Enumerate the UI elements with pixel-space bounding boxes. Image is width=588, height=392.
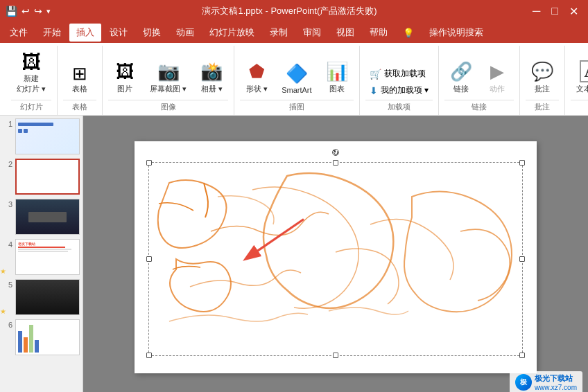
- rotate-handle[interactable]: ↻: [332, 149, 339, 156]
- menu-lightbulb[interactable]: 💡: [396, 25, 421, 41]
- menu-record[interactable]: 录制: [263, 24, 295, 42]
- get-addins-button[interactable]: 🛒 获取加载项: [365, 66, 433, 82]
- thumb-6-bar1: [18, 331, 22, 353]
- handle-bottom-right[interactable]: [519, 353, 525, 358]
- album-button[interactable]: 📸 相册 ▾: [195, 57, 228, 98]
- menu-slideshow[interactable]: 幻灯片放映: [202, 24, 261, 42]
- slide-thumb-4[interactable]: 4 老友下载站 ★: [3, 239, 80, 275]
- handle-middle-left[interactable]: [146, 256, 152, 262]
- comment-label: 批注: [535, 84, 550, 94]
- handle-top-right[interactable]: [519, 160, 525, 166]
- ribbon-group-table: ⊞ 表格 表格: [58, 46, 103, 115]
- menu-search[interactable]: 操作说明搜索: [422, 24, 490, 42]
- textbox-button[interactable]: A 文本框 ▾: [571, 56, 588, 98]
- ribbon-group-comments: 💬 批注 批注: [520, 46, 565, 115]
- album-icon: 📸: [200, 61, 223, 82]
- slide-thumb-1[interactable]: 1: [3, 118, 80, 154]
- ribbon-group-links-content: 🔗 链接 ▶ 动作: [444, 48, 514, 98]
- slide-thumb-3[interactable]: 3: [3, 199, 80, 235]
- window-title: 演示文稿1.pptx - PowerPoint(产品激活失败): [202, 5, 377, 17]
- smartart-button[interactable]: 🔷 SmartArt: [276, 59, 317, 98]
- screenshot-icon: 📷: [157, 61, 180, 82]
- handle-bottom-left[interactable]: [146, 353, 152, 358]
- handle-top-left[interactable]: [146, 160, 152, 166]
- handle-top-center[interactable]: [333, 160, 338, 166]
- ribbon-group-addins-content: 🛒 获取加载项 ⬇ 我的加载项 ▾: [365, 48, 433, 98]
- minimize-btn[interactable]: ─: [528, 5, 544, 18]
- quick-access-toolbar: 💾 ↩ ↪ ▾: [6, 6, 51, 17]
- maximize-btn[interactable]: □: [547, 5, 562, 18]
- close-btn[interactable]: ✕: [565, 5, 582, 18]
- customize-icon[interactable]: ▾: [46, 7, 51, 16]
- screenshot-button[interactable]: 📷 屏幕截图 ▾: [144, 57, 192, 98]
- slide-panel: 1 2 3: [0, 116, 83, 392]
- new-slide-label: 新建幻灯片 ▾: [17, 73, 46, 94]
- thumb-6-bar3: [29, 325, 33, 353]
- menu-view[interactable]: 视图: [329, 24, 361, 42]
- handle-middle-right[interactable]: [519, 256, 525, 262]
- save-icon[interactable]: 💾: [6, 6, 17, 17]
- redo-icon[interactable]: ↪: [34, 6, 42, 17]
- slide-img-5: [15, 279, 80, 315]
- menu-file[interactable]: 文件: [3, 24, 35, 42]
- menu-help[interactable]: 帮助: [363, 24, 395, 42]
- textbox-icon: A: [580, 60, 588, 82]
- slide-img-6: [15, 319, 80, 355]
- ribbon-group-addins: 🛒 获取加载项 ⬇ 我的加载项 ▾ 加载项: [360, 46, 439, 115]
- table-group-label: 表格: [63, 100, 96, 112]
- watermark-text-container: 极光下载站 www.xz7.com: [535, 373, 577, 391]
- menu-design[interactable]: 设计: [103, 24, 135, 42]
- slide-thumb-6[interactable]: 6: [3, 319, 80, 355]
- slide-num-5: 5: [3, 279, 12, 289]
- slide-thumb-2[interactable]: 2: [3, 159, 80, 195]
- slide-img-4: 老友下载站: [15, 239, 80, 275]
- menu-review[interactable]: 审阅: [296, 24, 328, 42]
- slide-thumb-5[interactable]: 5 ★: [3, 279, 80, 315]
- link-button[interactable]: 🔗 链接: [444, 57, 478, 98]
- thumb-5-star: ★: [0, 308, 6, 315]
- thumb-3-img: [28, 212, 67, 222]
- action-button[interactable]: ▶ 动作: [481, 57, 514, 98]
- thumb-4-line1: [18, 247, 65, 248]
- thumb-5-inner: [16, 280, 79, 314]
- window-controls: ─ □ ✕: [528, 5, 582, 18]
- links-group-label: 链接: [444, 100, 514, 112]
- undo-icon[interactable]: ↩: [21, 6, 30, 17]
- my-addins-button[interactable]: ⬇ 我的加载项 ▾: [365, 82, 433, 98]
- menu-home[interactable]: 开始: [36, 24, 68, 42]
- smartart-label: SmartArt: [282, 86, 311, 94]
- text-group-label: 文本: [571, 100, 588, 112]
- handle-bottom-center[interactable]: [333, 353, 338, 358]
- thumb-6-bar4: [35, 340, 39, 353]
- addins-group-label: 加载项: [365, 100, 433, 112]
- ribbon-group-images: 🖼 图片 📷 屏幕截图 ▾ 📸 相册 ▾ 图像: [103, 46, 234, 115]
- main-area: 1 2 3: [0, 116, 588, 392]
- thumb-4-line2: [18, 249, 71, 250]
- menu-animations[interactable]: 动画: [169, 24, 201, 42]
- menu-insert[interactable]: 插入: [69, 24, 101, 42]
- thumb-content-1: [16, 119, 79, 154]
- shapes-button[interactable]: ⬟ 形状 ▾: [240, 57, 273, 98]
- slide-num-1: 1: [3, 118, 12, 128]
- menu-transitions[interactable]: 切换: [136, 24, 168, 42]
- my-addins-label: 我的加载项 ▾: [381, 84, 429, 96]
- ribbon-group-slides-content: 🖼 新建幻灯片 ▾: [11, 48, 51, 98]
- slide-img-2: [15, 159, 80, 195]
- comment-icon: 💬: [531, 61, 553, 82]
- table-button[interactable]: ⊞ 表格: [63, 60, 96, 98]
- thumb-4-title: 老友下载站: [18, 242, 77, 246]
- addins-stack: 🛒 获取加载项 ⬇ 我的加载项 ▾: [365, 66, 433, 98]
- shapes-label: 形状 ▾: [246, 84, 268, 94]
- slide-canvas: ↻: [135, 141, 537, 373]
- ribbon: 🖼 新建幻灯片 ▾ 幻灯片 ⊞ 表格 表格 🖼 图片 📷 屏幕截图 ▾: [0, 43, 588, 116]
- comment-button[interactable]: 💬 批注: [526, 57, 559, 98]
- thumb-4-line3: [18, 251, 68, 252]
- thumb-3-inner: [16, 199, 79, 234]
- ribbon-group-images-content: 🖼 图片 📷 屏幕截图 ▾ 📸 相册 ▾: [108, 48, 228, 98]
- slides-group-label: 幻灯片: [11, 100, 51, 112]
- ribbon-group-table-content: ⊞ 表格: [63, 48, 96, 98]
- chart-button[interactable]: 📊 图表: [320, 57, 354, 98]
- watermark-line1: 极光下载站: [535, 373, 577, 384]
- new-slide-button[interactable]: 🖼 新建幻灯片 ▾: [11, 48, 51, 98]
- picture-button[interactable]: 🖼 图片: [108, 57, 141, 98]
